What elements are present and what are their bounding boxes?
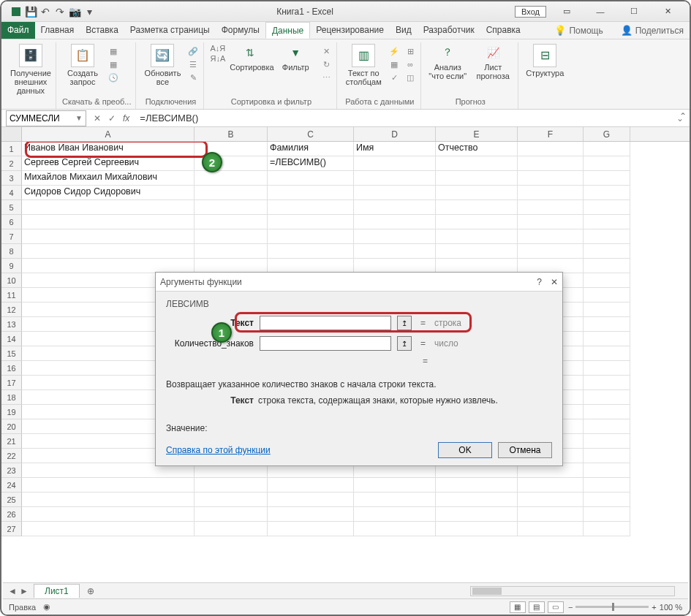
cell[interactable] bbox=[584, 186, 630, 200]
tab-review[interactable]: Рецензирование bbox=[310, 22, 390, 39]
sort-desc-button[interactable]: Я↓А bbox=[210, 54, 225, 63]
cell[interactable] bbox=[195, 522, 268, 536]
zoom-slider[interactable] bbox=[575, 606, 649, 608]
row-header[interactable]: 14 bbox=[1, 332, 22, 346]
add-sheet-icon[interactable]: ⊕ bbox=[80, 586, 102, 596]
row-header[interactable]: 25 bbox=[1, 493, 22, 507]
cell[interactable] bbox=[436, 259, 518, 273]
select-all-corner[interactable] bbox=[1, 127, 22, 141]
cell[interactable] bbox=[195, 229, 268, 244]
row-header[interactable]: 15 bbox=[1, 346, 22, 361]
from-table-button[interactable]: ▦ bbox=[107, 58, 119, 70]
row-header[interactable]: 22 bbox=[1, 449, 22, 463]
cell[interactable] bbox=[584, 317, 630, 332]
cell[interactable] bbox=[436, 186, 518, 200]
cell[interactable] bbox=[354, 244, 436, 259]
ok-button[interactable]: OK bbox=[438, 442, 492, 458]
cell[interactable]: Фамилия bbox=[268, 142, 354, 156]
maximize-button[interactable]: ☐ bbox=[621, 4, 647, 19]
cell[interactable] bbox=[195, 259, 268, 273]
col-header-f[interactable]: F bbox=[518, 127, 584, 141]
signin-button[interactable]: Вход bbox=[515, 6, 546, 18]
cell[interactable] bbox=[436, 200, 518, 215]
name-box-dropdown-icon[interactable]: ▼ bbox=[75, 114, 83, 122]
fx-icon[interactable]: fx bbox=[123, 113, 129, 123]
cell[interactable] bbox=[22, 522, 195, 536]
col-header-c[interactable]: C bbox=[268, 127, 354, 141]
tab-formulas[interactable]: Формулы bbox=[216, 22, 265, 39]
tell-me-label[interactable]: Помощь bbox=[569, 26, 603, 36]
cell[interactable] bbox=[268, 186, 354, 200]
cell[interactable] bbox=[268, 259, 354, 273]
sheet-nav-next-icon[interactable]: ► bbox=[19, 586, 29, 596]
cell[interactable] bbox=[584, 419, 630, 434]
cell[interactable] bbox=[584, 244, 630, 259]
cell[interactable] bbox=[518, 259, 584, 273]
cell[interactable] bbox=[268, 507, 354, 522]
flash-fill-button[interactable]: ⚡ bbox=[388, 45, 400, 57]
cell[interactable] bbox=[22, 507, 195, 522]
relationships-button[interactable]: ∞ bbox=[404, 58, 416, 70]
show-queries-button[interactable]: ▦ bbox=[107, 45, 119, 57]
edit-links-button[interactable]: ✎ bbox=[187, 72, 199, 83]
cell[interactable] bbox=[518, 215, 584, 229]
forecast-sheet-button[interactable]: 📈 Лист прогноза bbox=[472, 44, 513, 80]
arg-input-count[interactable] bbox=[260, 336, 391, 351]
row-header[interactable]: 18 bbox=[1, 390, 22, 405]
row-header[interactable]: 26 bbox=[1, 507, 22, 522]
sheet-nav-prev-icon[interactable]: ◄ bbox=[7, 586, 18, 596]
col-header-g[interactable]: G bbox=[584, 127, 630, 141]
cell[interactable] bbox=[354, 522, 436, 536]
data-model-button[interactable]: ◫ bbox=[404, 72, 416, 83]
cell[interactable] bbox=[436, 522, 518, 536]
cell[interactable] bbox=[584, 259, 630, 273]
cancel-button[interactable]: Отмена bbox=[498, 442, 552, 458]
camera-icon[interactable]: 📷 bbox=[69, 6, 80, 18]
undo-icon[interactable]: ↶ bbox=[39, 6, 51, 18]
cell[interactable] bbox=[22, 493, 195, 507]
enter-formula-icon[interactable]: ✓ bbox=[108, 113, 116, 123]
tab-insert[interactable]: Вставка bbox=[80, 22, 124, 39]
refresh-all-button[interactable]: 🔄 Обновить все bbox=[142, 44, 183, 86]
cell[interactable] bbox=[22, 244, 195, 259]
cell[interactable] bbox=[22, 478, 195, 493]
cell[interactable] bbox=[195, 493, 268, 507]
dialog-close-icon[interactable]: ✕ bbox=[551, 277, 558, 287]
horizontal-scrollbar[interactable] bbox=[470, 586, 675, 596]
minimize-button[interactable]: — bbox=[587, 4, 613, 19]
cell[interactable] bbox=[195, 200, 268, 215]
cell[interactable] bbox=[518, 229, 584, 244]
normal-view-icon[interactable]: ▦ bbox=[510, 601, 526, 613]
cell[interactable] bbox=[518, 507, 584, 522]
zoom-in-icon[interactable]: + bbox=[652, 603, 656, 612]
cell[interactable] bbox=[268, 478, 354, 493]
row-header[interactable]: 6 bbox=[1, 215, 22, 229]
share-icon[interactable]: 👤 bbox=[621, 25, 633, 36]
col-header-b[interactable]: B bbox=[195, 127, 268, 141]
cell[interactable] bbox=[518, 493, 584, 507]
cell[interactable] bbox=[354, 493, 436, 507]
reapply-button[interactable]: ↻ bbox=[320, 58, 332, 70]
cell[interactable] bbox=[518, 200, 584, 215]
cell[interactable] bbox=[518, 156, 584, 171]
cell[interactable] bbox=[584, 361, 630, 376]
share-label[interactable]: Поделиться bbox=[635, 26, 684, 36]
cell[interactable] bbox=[584, 171, 630, 186]
cell[interactable] bbox=[518, 244, 584, 259]
outline-button[interactable]: ⊟ Структура bbox=[524, 44, 565, 77]
collapse-ribbon-icon[interactable]: ⌃ bbox=[679, 111, 687, 121]
col-header-a[interactable]: A bbox=[22, 127, 195, 141]
consolidate-button[interactable]: ⊞ bbox=[404, 45, 416, 57]
cell[interactable] bbox=[268, 522, 354, 536]
page-break-view-icon[interactable]: ▭ bbox=[548, 601, 564, 613]
cell[interactable] bbox=[584, 390, 630, 405]
cell[interactable] bbox=[354, 171, 436, 186]
cell[interactable] bbox=[584, 522, 630, 536]
row-header[interactable]: 21 bbox=[1, 434, 22, 449]
name-box[interactable]: СУММЕСЛИ ▼ bbox=[6, 110, 86, 126]
filter-button[interactable]: ▼ Фильтр bbox=[275, 44, 316, 72]
row-header[interactable]: 24 bbox=[1, 478, 22, 493]
col-header-d[interactable]: D bbox=[354, 127, 436, 141]
row-header[interactable]: 5 bbox=[1, 200, 22, 215]
cell[interactable] bbox=[354, 186, 436, 200]
